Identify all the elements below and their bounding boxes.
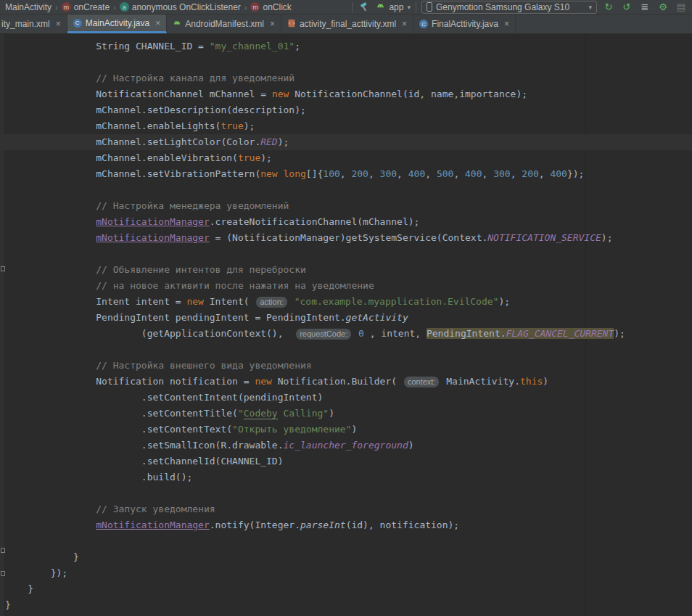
logcat-icon[interactable]: ≣: [638, 1, 651, 14]
code-line[interactable]: // Настройка менеджера уведомлений: [0, 198, 692, 214]
code-token: [278, 168, 284, 179]
code-token: ,: [340, 168, 352, 179]
code-token: .setContentTitle(: [141, 408, 238, 419]
code-line[interactable]: .setContentText("Открыть уведомление"): [0, 422, 692, 438]
code-line[interactable]: [0, 182, 692, 198]
tab-activity-final-acttivity-xml[interactable]: activity_final_acttivity.xml ×: [281, 15, 413, 33]
code-line[interactable]: mChannel.setDescription(description);: [0, 102, 692, 118]
tab-mainactivity-java[interactable]: C MainActivity.java ×: [67, 15, 168, 33]
code-token: );: [278, 136, 289, 147]
code-line[interactable]: .build();: [0, 469, 692, 485]
editor-tab-bar: ity_main.xml × C MainActivity.java × And…: [0, 15, 692, 33]
code-token: (getApplicationContext(),: [141, 328, 294, 339]
chevron-right-icon: ›: [244, 3, 247, 12]
code-token: [353, 328, 358, 339]
code-line[interactable]: .setContentIntent(pendingIntent): [0, 390, 692, 406]
code-line[interactable]: [0, 54, 692, 70]
tab-androidmanifest-xml[interactable]: AndroidManifest.xml ×: [167, 15, 281, 33]
code-token: mNotificationManager: [96, 232, 210, 243]
phone-icon: [427, 2, 432, 12]
code-line[interactable]: [0, 485, 692, 501]
code-token: context:: [404, 377, 440, 387]
apply-changes-restart-icon[interactable]: ↻: [602, 1, 615, 14]
code-line[interactable]: (getApplicationContext(), requestCode: 0…: [0, 326, 692, 342]
profiler-icon[interactable]: ⚙: [656, 1, 670, 14]
code-line[interactable]: // Настройка канала для уведомлений: [0, 70, 692, 86]
code-area[interactable]: String CHANNEL_ID = "my_channel_01"; // …: [0, 34, 692, 613]
code-token: 400: [465, 168, 482, 179]
code-line[interactable]: mChannel.setLightColor(Color.RED);: [0, 134, 692, 150]
code-token: );: [601, 232, 613, 243]
code-token: ,: [425, 168, 437, 179]
breadcrumb-item-onclick[interactable]: m onClick: [250, 2, 291, 12]
code-line[interactable]: // на новое активити после нажатия на ув…: [0, 278, 692, 294]
code-token: 500: [437, 168, 453, 179]
code-line[interactable]: .setChannelId(CHANNEL_ID): [0, 453, 692, 469]
code-line[interactable]: }: [0, 597, 692, 613]
chevron-down-icon: ▾: [588, 4, 592, 11]
close-icon[interactable]: ×: [270, 19, 275, 29]
close-icon[interactable]: ×: [56, 19, 61, 29]
tab-label: ity_main.xml: [1, 19, 50, 29]
tab-finalacttivity-java[interactable]: C FinalActtivity.java ×: [413, 15, 516, 33]
code-line[interactable]: }: [0, 549, 692, 565]
tab-activity-main-xml[interactable]: ity_main.xml ×: [0, 15, 67, 33]
breadcrumb: MainActivity › m onCreate › a anonymous …: [4, 2, 292, 12]
device-selector[interactable]: Genymotion Samsung Galaxy S10 ▾: [421, 1, 597, 14]
breadcrumb-item-oncreate[interactable]: m onCreate: [62, 2, 110, 12]
breadcrumb-item-class[interactable]: MainActivity: [5, 2, 52, 12]
code-line[interactable]: Notification notification = new Notifica…: [0, 374, 692, 390]
code-token: ,: [511, 168, 522, 179]
code-line[interactable]: mChannel.enableVibration(true);: [0, 150, 692, 166]
code-line[interactable]: // Запуск уведомления: [0, 501, 692, 517]
xml-file-icon: [287, 19, 296, 30]
code-token: 0: [358, 328, 364, 339]
code-line[interactable]: [0, 246, 692, 262]
android-icon: [376, 1, 385, 13]
run-config-selector[interactable]: app ▾: [376, 1, 411, 13]
code-line[interactable]: .setSmallIcon(R.drawable.ic_launcher_for…: [0, 438, 692, 453]
code-token: .notify(Integer.: [210, 520, 300, 530]
code-token: }: [73, 551, 79, 562]
code-line[interactable]: mNotificationManager.notify(Integer.pars…: [0, 517, 692, 533]
code-line[interactable]: mNotificationManager.createNotificationC…: [0, 214, 692, 230]
code-token: = (NotificationManager)getSystemService(…: [210, 232, 488, 243]
code-token: "Открыть уведомление": [232, 424, 351, 435]
close-icon[interactable]: ×: [155, 18, 160, 28]
code-line[interactable]: String CHANNEL_ID = "my_channel_01";: [0, 38, 692, 54]
code-token: });: [51, 567, 67, 578]
close-icon[interactable]: ×: [504, 19, 509, 29]
code-line[interactable]: mNotificationManager = (NotificationMana…: [0, 230, 692, 246]
code-token: mChannel.setLightColor(Color.: [96, 136, 260, 147]
code-token: "com.example.myapplication.EvilCode": [294, 296, 499, 307]
code-line[interactable]: // Настройка внешнего вида уведомления: [0, 358, 692, 374]
code-line[interactable]: mChannel.setVibrationPattern(new long[]{…: [0, 166, 692, 182]
code-line[interactable]: // Обьявление интентов для переброски: [0, 262, 692, 278]
code-line[interactable]: }: [0, 581, 692, 597]
code-line[interactable]: [0, 342, 692, 358]
code-line[interactable]: Intent intent = new Intent( action: "com…: [0, 294, 692, 310]
code-token: ): [408, 440, 414, 451]
code-token: ": [238, 408, 244, 419]
run-config-label: app: [389, 2, 403, 12]
device-manager-icon[interactable]: ▤: [675, 1, 688, 14]
code-token: PendingIntent pendingIntent = PendingInt…: [96, 312, 345, 323]
code-line[interactable]: [0, 533, 692, 549]
code-line[interactable]: NotificationChannel mChannel = new Notif…: [0, 86, 692, 102]
apply-code-changes-icon[interactable]: ↺: [620, 1, 633, 14]
code-line[interactable]: });: [0, 565, 692, 581]
code-token: });: [567, 168, 584, 179]
code-token: .setSmallIcon(R.drawable.: [141, 440, 284, 451]
code-line[interactable]: mChannel.enableLights(true);: [0, 118, 692, 134]
code-token: mNotificationManager: [96, 216, 210, 227]
breadcrumb-item-anonymous-class[interactable]: a anonymous OnClickListener: [120, 2, 241, 12]
code-line[interactable]: PendingIntent pendingIntent = PendingInt…: [0, 310, 692, 326]
code-token: getActivity: [346, 312, 408, 323]
build-hammer-icon[interactable]: [358, 1, 371, 14]
code-token: new: [186, 296, 203, 307]
code-line[interactable]: .setContentTitle("Codeby Calling"): [0, 406, 692, 422]
code-token: MainActivity.: [440, 376, 520, 387]
class-icon: C: [419, 20, 428, 28]
code-token: mChannel.enableLights(: [96, 120, 221, 131]
close-icon[interactable]: ×: [402, 19, 407, 29]
